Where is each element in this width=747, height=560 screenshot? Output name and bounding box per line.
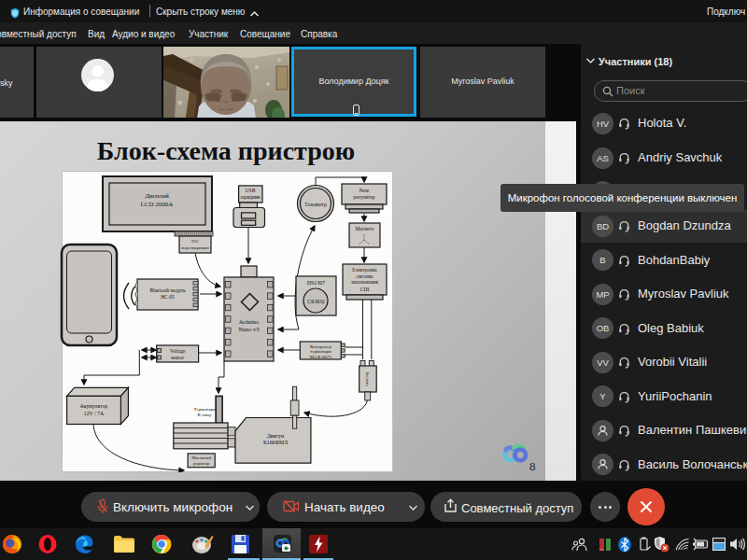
svg-text:sensor: sensor — [171, 355, 184, 360]
svg-text:I2C: I2C — [191, 239, 199, 244]
svg-text:Voltage: Voltage — [170, 348, 186, 354]
svg-text:USB: USB — [246, 188, 256, 193]
svg-text:регулятор: регулятор — [353, 194, 374, 200]
svg-text:запалювання: запалювання — [351, 279, 379, 285]
svg-text:К-типу: К-типу — [197, 413, 212, 417]
svg-text:Nano v3: Nano v3 — [238, 326, 259, 332]
svg-text:система: система — [357, 273, 374, 279]
svg-text:MAX-6675: MAX-6675 — [310, 355, 332, 359]
svg-text:DS1307: DS1307 — [307, 280, 326, 286]
svg-text:Масляний: Масляний — [191, 455, 211, 460]
svg-text:Котушка: Котушка — [365, 372, 370, 386]
svg-text:Акумулятор: Акумулятор — [80, 403, 108, 409]
svg-text:Bluetooth модуль: Bluetooth модуль — [149, 287, 186, 293]
svg-text:Контролер: Контролер — [310, 344, 331, 349]
svg-text:LCD 2000A: LCD 2000A — [141, 201, 174, 208]
svg-text:радіатор: радіатор — [193, 461, 210, 466]
svg-text:Двигун: Двигун — [267, 433, 284, 439]
svg-text:зарядник: зарядник — [240, 194, 261, 200]
svg-text:перетворювач: перетворювач — [181, 245, 209, 250]
svg-text:Тахометр: Тахометр — [304, 202, 327, 207]
svg-text:Дисплей: Дисплей — [145, 192, 169, 200]
svg-text:12V / 7A: 12V / 7A — [84, 411, 105, 416]
svg-text:Термопара: Термопара — [194, 407, 217, 412]
svg-text:К166ФМЛ: К166ФМЛ — [263, 440, 288, 445]
svg-text:Електронна: Електронна — [352, 267, 377, 273]
svg-text:Arduino: Arduino — [239, 318, 260, 325]
svg-text:CDI: CDI — [360, 287, 370, 292]
svg-text:HC-05: HC-05 — [161, 294, 175, 300]
svg-text:Магнето: Магнето — [355, 226, 374, 231]
svg-text:Реле: Реле — [359, 188, 370, 193]
svg-text:термопари: термопари — [310, 349, 331, 354]
svg-text:CR3032: CR3032 — [307, 299, 325, 304]
